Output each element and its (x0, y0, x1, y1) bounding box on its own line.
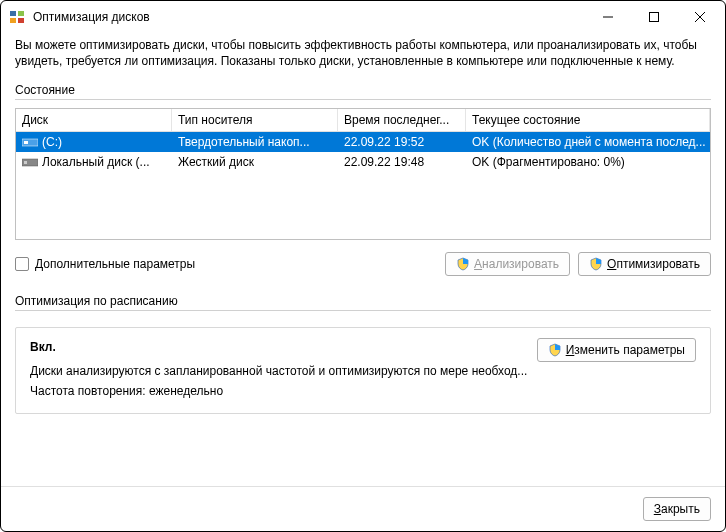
maximize-button[interactable] (631, 1, 677, 33)
cell-state: OK (Количество дней с момента послед... (466, 133, 710, 151)
divider (15, 99, 711, 100)
shield-icon (456, 257, 470, 271)
app-icon (9, 9, 25, 25)
close-button[interactable] (677, 1, 723, 33)
shield-icon (589, 257, 603, 271)
analyze-button[interactable]: Анализировать (445, 252, 570, 276)
checkbox-box (15, 257, 29, 271)
cell-media: Твердотельный накоп... (172, 133, 338, 151)
divider (15, 310, 711, 311)
schedule-description: Диски анализируются с запланированной ча… (30, 362, 696, 381)
cell-state: OK (Фрагментировано: 0%) (466, 153, 710, 171)
description-text: Вы можете оптимизировать диски, чтобы по… (15, 37, 711, 69)
table-row[interactable]: (C:) Твердотельный накоп... 22.09.22 19:… (16, 132, 710, 152)
schedule-section-label: Оптимизация по расписанию (15, 294, 711, 308)
cell-media: Жесткий диск (172, 153, 338, 171)
status-section-label: Состояние (15, 83, 711, 97)
col-last[interactable]: Время последнег... (338, 109, 466, 131)
schedule-panel: Вкл. Диски анализируются с запланированн… (15, 327, 711, 413)
advanced-checkbox[interactable]: Дополнительные параметры (15, 257, 195, 271)
shield-icon (548, 343, 562, 357)
hdd-icon (22, 156, 38, 168)
svg-rect-3 (18, 18, 24, 23)
svg-rect-1 (18, 11, 24, 16)
cell-last: 22.09.22 19:52 (338, 133, 466, 151)
schedule-frequency: Частота повторения: еженедельно (30, 382, 696, 401)
close-footer-button[interactable]: Закрыть (643, 497, 711, 521)
minimize-button[interactable] (585, 1, 631, 33)
col-media[interactable]: Тип носителя (172, 109, 338, 131)
cell-disk: (C:) (42, 135, 62, 149)
ssd-icon (22, 136, 38, 148)
optimize-button[interactable]: Оптимизировать (578, 252, 711, 276)
col-state[interactable]: Текущее состояние (466, 109, 710, 131)
change-settings-button[interactable]: Изменить параметры (537, 338, 696, 362)
footer: Закрыть (1, 486, 725, 531)
svg-rect-0 (10, 11, 16, 16)
window-title: Оптимизация дисков (33, 10, 585, 24)
svg-rect-11 (24, 161, 27, 164)
titlebar: Оптимизация дисков (1, 1, 725, 33)
table-row[interactable]: Локальный диск (... Жесткий диск 22.09.2… (16, 152, 710, 172)
cell-last: 22.09.22 19:48 (338, 153, 466, 171)
svg-rect-5 (650, 13, 659, 22)
advanced-label: Дополнительные параметры (35, 257, 195, 271)
col-disk[interactable]: Диск (16, 109, 172, 131)
cell-disk: Локальный диск (... (42, 155, 150, 169)
svg-rect-2 (10, 18, 16, 23)
grid-header: Диск Тип носителя Время последнег... Тек… (16, 109, 710, 132)
svg-rect-9 (24, 141, 28, 144)
drives-grid: Диск Тип носителя Время последнег... Тек… (15, 108, 711, 240)
